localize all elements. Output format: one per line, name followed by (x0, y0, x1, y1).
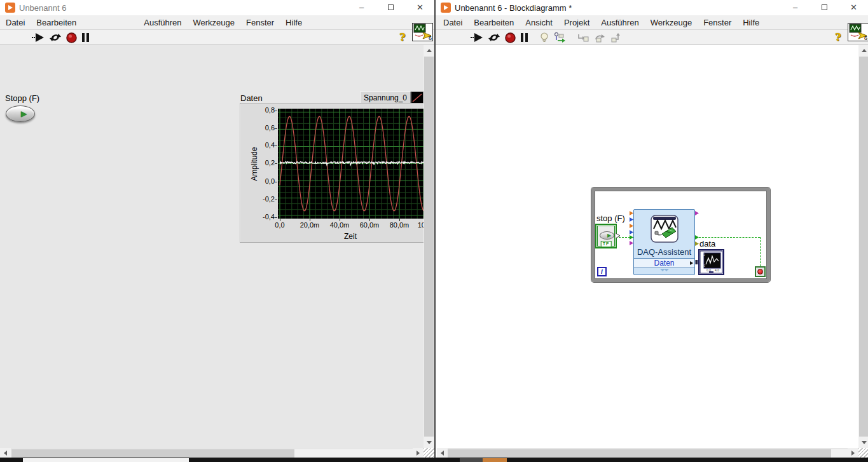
titlebar[interactable]: Unbenannt 6 – ✕ (0, 0, 434, 15)
run-button[interactable] (471, 33, 483, 42)
vi-icon-badge[interactable]: 6 (848, 23, 868, 41)
maximize-icon (822, 4, 827, 10)
maximize-button[interactable] (376, 0, 405, 15)
loop-condition-terminal[interactable] (755, 266, 766, 277)
menu-item-fenster[interactable]: Fenster (698, 15, 737, 30)
block-diagram-window: Unbenannt 6 - Blockdiagramm * – ✕ Datei … (434, 0, 868, 458)
block-diagram: stop (F) ▶ TF (437, 45, 858, 448)
toolbar: ? (436, 30, 868, 45)
daq-assistant-icon (651, 215, 679, 243)
daq-output-terminal (695, 211, 699, 215)
menu-item-projekt[interactable]: Projekt (558, 15, 595, 30)
scrollbar-thumb[interactable] (448, 449, 831, 458)
scroll-down-button[interactable] (858, 437, 868, 448)
horizontal-scrollbar[interactable] (0, 448, 424, 458)
menu-item-fenster[interactable]: Fenster (240, 15, 280, 30)
background-window-edge (23, 458, 189, 462)
menu-item-hilfe[interactable]: Hilfe (737, 15, 765, 30)
vertical-scrollbar[interactable] (858, 45, 868, 448)
run-continuously-button[interactable] (50, 32, 61, 43)
daq-input-terminal (630, 211, 633, 215)
menu-item-datei[interactable]: Datei (437, 15, 468, 30)
run-button[interactable] (32, 33, 45, 42)
iteration-terminal[interactable]: i (597, 267, 607, 276)
toolbar: ? (0, 30, 434, 45)
horizontal-scrollbar[interactable] (437, 448, 858, 458)
scroll-left-button[interactable] (0, 448, 11, 458)
svg-text:4,0: 4,0 (715, 268, 719, 272)
menu-item-ansicht[interactable]: Ansicht (520, 15, 558, 30)
run-continuously-button[interactable] (488, 32, 500, 43)
menu-item-ausfuehren[interactable]: Ausführen (138, 15, 187, 30)
scroll-left-button[interactable] (437, 448, 448, 458)
scrollbar-thumb[interactable] (424, 57, 434, 437)
stop-button[interactable]: ▶ (6, 105, 35, 122)
resize-grip[interactable] (424, 448, 434, 458)
menu-item-bearbeiten[interactable]: Bearbeiten (31, 15, 82, 30)
labview-logo-icon (5, 3, 15, 13)
close-button[interactable]: ✕ (839, 0, 868, 15)
menu-item-werkzeuge[interactable]: Werkzeuge (645, 15, 698, 30)
x-tick-label: 0,0 (265, 221, 295, 229)
close-icon: ✕ (850, 3, 857, 12)
scroll-up-button[interactable] (858, 45, 868, 56)
vi-icon-badge[interactable]: 6 (412, 23, 433, 41)
menu-item-werkzeuge[interactable]: Werkzeuge (188, 15, 241, 30)
labview-logo-icon (441, 3, 451, 13)
abort-button[interactable] (66, 32, 77, 43)
daq-input-terminal (630, 235, 633, 240)
expand-chevron-icon[interactable] (634, 268, 694, 274)
minimize-icon: – (359, 3, 364, 12)
menu-item-ausfuehren[interactable]: Ausführen (595, 15, 644, 30)
data-indicator-node[interactable]: 2 0 0,0 4,0 (698, 249, 724, 275)
help-icon[interactable]: ? (835, 31, 841, 43)
boolean-tf-icon: TF (601, 241, 612, 247)
front-panel: Stopp (F) ▶ Daten Spannung_0 0,8 0,6 0,4… (0, 45, 424, 448)
maximize-icon (388, 4, 394, 10)
stop-control-label: stop (F) (596, 214, 625, 223)
minimize-button[interactable]: – (347, 0, 376, 15)
step-over-icon[interactable] (594, 33, 605, 43)
help-icon[interactable]: ? (399, 31, 405, 43)
x-tick-label: 40,0m (324, 221, 355, 229)
vi-number: 6 (864, 35, 867, 41)
abort-button[interactable] (505, 32, 516, 43)
window-title: Unbenannt 6 (19, 3, 66, 13)
x-tick-label: 20,0m (294, 221, 325, 229)
titlebar[interactable]: Unbenannt 6 - Blockdiagramm * – ✕ (436, 0, 868, 15)
taskbar-sliver (0, 458, 868, 462)
scrollbar-thumb[interactable] (859, 57, 868, 437)
pause-button[interactable] (521, 33, 528, 42)
daq-output-terminal (695, 235, 699, 240)
y-axis-label: Amplitude (250, 147, 259, 180)
vertical-scrollbar[interactable] (424, 45, 434, 448)
scroll-down-button[interactable] (424, 437, 434, 448)
scrollbar-thumb[interactable] (11, 449, 294, 458)
step-into-icon[interactable] (577, 33, 589, 43)
pause-button[interactable] (82, 33, 90, 42)
daq-assistant-node[interactable]: DAQ-Assistent Daten (633, 209, 695, 275)
x-tick-label: 100,0m (414, 221, 424, 229)
highlight-execution-icon[interactable] (540, 32, 549, 43)
boolean-wire (699, 237, 760, 238)
scroll-right-button[interactable] (848, 448, 858, 458)
stop-control-node[interactable]: ▶ TF (595, 224, 617, 248)
menu-item-datei[interactable]: Datei (0, 15, 31, 30)
stop-if-true-icon (757, 269, 763, 275)
retain-wire-values-icon[interactable] (554, 32, 566, 43)
menu-item-bearbeiten[interactable]: Bearbeiten (468, 15, 520, 30)
menu-item-hilfe[interactable]: Hilfe (280, 15, 308, 30)
maximize-button[interactable] (810, 0, 839, 15)
close-button[interactable]: ✕ (406, 0, 434, 15)
step-out-icon[interactable] (610, 33, 622, 43)
scroll-right-button[interactable] (413, 448, 424, 458)
chart-legend[interactable]: Spannung_0 (360, 92, 411, 104)
resize-grip[interactable] (858, 448, 868, 458)
scroll-up-button[interactable] (424, 45, 434, 56)
daq-assistant-label: DAQ-Assistent (634, 247, 694, 258)
output-arrow-icon (690, 261, 693, 265)
legend-plot-sample-icon[interactable] (411, 92, 424, 104)
daq-output-row[interactable]: Daten (634, 258, 694, 268)
waveform-graph-icon: 2 0 0,0 4,0 (699, 250, 723, 274)
minimize-button[interactable]: – (781, 0, 809, 15)
